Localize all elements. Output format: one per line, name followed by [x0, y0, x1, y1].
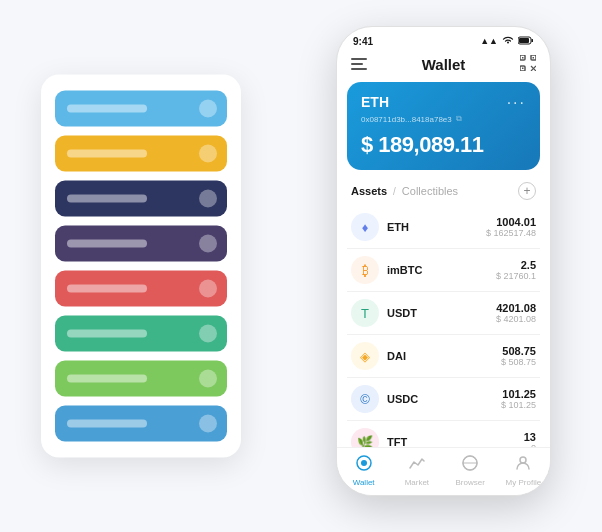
balance-value: $ 189,089.11 — [361, 132, 483, 157]
stack-card-4[interactable] — [55, 226, 227, 262]
wifi-icon — [502, 35, 514, 47]
card-label-2 — [67, 150, 147, 158]
scene: 9:41 ▲▲ Wallet ETH — [21, 16, 581, 516]
card-label-1 — [67, 105, 147, 113]
svg-rect-4 — [351, 63, 363, 65]
stack-card-8[interactable] — [55, 406, 227, 442]
card-label-7 — [67, 375, 147, 383]
asset-amount-usdt: 4201.08 — [496, 302, 536, 314]
card-stack — [41, 75, 241, 458]
svg-point-15 — [361, 460, 367, 466]
card-label-5 — [67, 285, 147, 293]
scan-icon[interactable] — [520, 55, 536, 74]
phone-mockup: 9:41 ▲▲ Wallet ETH — [336, 26, 551, 496]
card-icon-7 — [199, 370, 217, 388]
asset-list: ♦ ETH 1004.01 $ 162517.48 ₿ imBTC 2.5 $ … — [337, 206, 550, 447]
address-text: 0x08711d3b...8418a78e3 — [361, 115, 452, 124]
stack-card-6[interactable] — [55, 316, 227, 352]
copy-icon[interactable]: ⧉ — [456, 114, 462, 124]
menu-icon[interactable] — [351, 56, 367, 74]
nav-label-browser: Browser — [455, 478, 484, 487]
add-asset-button[interactable]: + — [518, 182, 536, 200]
card-icon-4 — [199, 235, 217, 253]
hero-card[interactable]: ETH ··· 0x08711d3b...8418a78e3 ⧉ $ 189,0… — [347, 82, 540, 170]
asset-values-eth: 1004.01 $ 162517.48 — [486, 216, 536, 238]
hero-address: 0x08711d3b...8418a78e3 ⧉ — [361, 114, 526, 124]
svg-rect-1 — [519, 38, 529, 43]
card-icon-1 — [199, 100, 217, 118]
stack-card-7[interactable] — [55, 361, 227, 397]
card-label-4 — [67, 240, 147, 248]
stack-card-3[interactable] — [55, 181, 227, 217]
asset-icon-eth: ♦ — [351, 213, 379, 241]
nav-item-market[interactable]: Market — [390, 454, 443, 487]
asset-name-eth: ETH — [387, 221, 486, 233]
nav-item-browser[interactable]: Browser — [444, 454, 497, 487]
asset-row[interactable]: ♦ ETH 1004.01 $ 162517.48 — [347, 206, 540, 249]
nav-item-my-profile[interactable]: My Profile — [497, 454, 550, 487]
svg-point-17 — [520, 457, 526, 463]
card-icon-6 — [199, 325, 217, 343]
battery-icon — [518, 36, 534, 47]
asset-amount-imbtc: 2.5 — [496, 259, 536, 271]
asset-usd-eth: $ 162517.48 — [486, 228, 536, 238]
card-label-3 — [67, 195, 147, 203]
asset-row[interactable]: 🌿 TFT 13 0 — [347, 421, 540, 447]
asset-name-usdc: USDC — [387, 393, 501, 405]
tab-assets[interactable]: Assets — [351, 185, 387, 197]
asset-row[interactable]: ◈ DAI 508.75 $ 508.75 — [347, 335, 540, 378]
nav-item-wallet[interactable]: Wallet — [337, 454, 390, 487]
hero-balance: $ 189,089.11 — [361, 132, 526, 158]
asset-values-usdt: 4201.08 $ 4201.08 — [496, 302, 536, 324]
stack-card-5[interactable] — [55, 271, 227, 307]
svg-rect-3 — [351, 58, 367, 60]
bottom-nav: Wallet Market Browser My Profile — [337, 447, 550, 495]
asset-name-usdt: USDT — [387, 307, 496, 319]
card-label-6 — [67, 330, 147, 338]
asset-usd-usdc: $ 101.25 — [501, 400, 536, 410]
asset-row[interactable]: © USDC 101.25 $ 101.25 — [347, 378, 540, 421]
tab-divider: / — [393, 186, 396, 197]
asset-amount-eth: 1004.01 — [486, 216, 536, 228]
card-icon-2 — [199, 145, 217, 163]
asset-row[interactable]: T USDT 4201.08 $ 4201.08 — [347, 292, 540, 335]
status-time: 9:41 — [353, 36, 373, 47]
assets-tabs: Assets / Collectibles — [351, 185, 458, 197]
nav-label-wallet: Wallet — [353, 478, 375, 487]
phone-header: Wallet — [337, 51, 550, 82]
asset-row[interactable]: ₿ imBTC 2.5 $ 21760.1 — [347, 249, 540, 292]
svg-rect-11 — [522, 68, 524, 70]
asset-values-usdc: 101.25 $ 101.25 — [501, 388, 536, 410]
stack-card-1[interactable] — [55, 91, 227, 127]
asset-icon-usdc: © — [351, 385, 379, 413]
card-label-8 — [67, 420, 147, 428]
asset-name-tft: TFT — [387, 436, 524, 447]
asset-usd-dai: $ 508.75 — [501, 357, 536, 367]
hero-coin-name: ETH — [361, 94, 389, 110]
nav-icon-my profile — [514, 454, 532, 476]
svg-rect-2 — [532, 39, 534, 42]
asset-amount-tft: 13 — [524, 431, 536, 443]
asset-usd-usdt: $ 4201.08 — [496, 314, 536, 324]
signal-icon: ▲▲ — [480, 36, 498, 46]
hero-dots[interactable]: ··· — [507, 94, 526, 112]
asset-icon-imbtc: ₿ — [351, 256, 379, 284]
asset-usd-imbtc: $ 21760.1 — [496, 271, 536, 281]
asset-amount-dai: 508.75 — [501, 345, 536, 357]
svg-rect-5 — [351, 68, 367, 70]
asset-values-dai: 508.75 $ 508.75 — [501, 345, 536, 367]
asset-values-imbtc: 2.5 $ 21760.1 — [496, 259, 536, 281]
stack-card-2[interactable] — [55, 136, 227, 172]
nav-icon-market — [408, 454, 426, 476]
asset-values-tft: 13 0 — [524, 431, 536, 447]
card-icon-5 — [199, 280, 217, 298]
card-icon-3 — [199, 190, 217, 208]
status-bar: 9:41 ▲▲ — [337, 27, 550, 51]
status-icons: ▲▲ — [480, 35, 534, 47]
hero-card-top: ETH ··· — [361, 94, 526, 112]
assets-header: Assets / Collectibles + — [337, 180, 550, 206]
svg-rect-9 — [522, 57, 524, 59]
tab-collectibles[interactable]: Collectibles — [402, 185, 458, 197]
wallet-title: Wallet — [422, 56, 466, 73]
nav-icon-wallet — [355, 454, 373, 476]
